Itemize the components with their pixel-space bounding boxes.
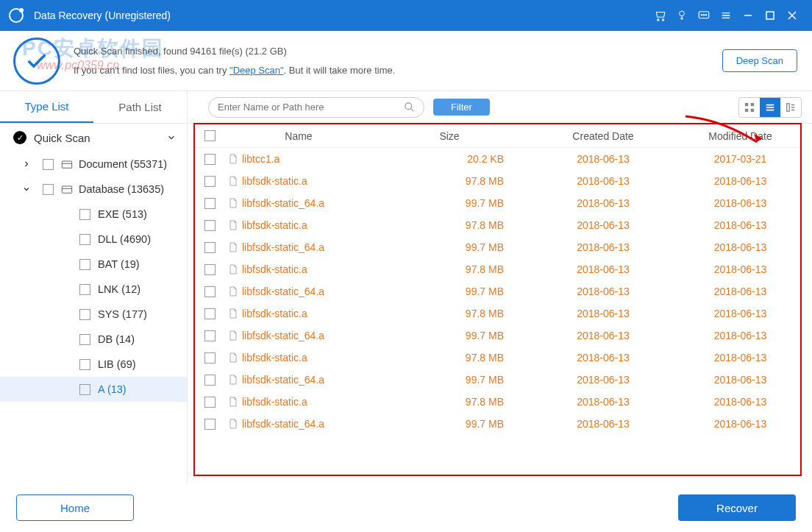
tree-item[interactable]: Document (55371) [0, 152, 187, 177]
tree-item[interactable]: LNK (12) [0, 277, 187, 302]
row-checkbox[interactable] [204, 176, 216, 187]
col-size[interactable]: Size [373, 130, 526, 142]
row-checkbox[interactable] [204, 352, 216, 363]
tree-checkbox[interactable] [79, 234, 90, 245]
table-row[interactable]: libfsdk-static.a97.8 MB2018-06-132018-06… [195, 170, 800, 192]
deep-scan-button[interactable]: Deep Scan [722, 49, 797, 72]
tab-type-list[interactable]: Type List [0, 91, 93, 123]
file-modified: 2018-06-13 [680, 197, 800, 209]
table-row[interactable]: libfsdk-static_64.a99.7 MB2018-06-132018… [195, 369, 800, 391]
file-icon [229, 375, 238, 385]
table-row[interactable]: libfsdk-static.a97.8 MB2018-06-132018-06… [195, 347, 800, 369]
home-button[interactable]: Home [16, 494, 134, 521]
feedback-icon[interactable] [693, 4, 715, 26]
table-row[interactable]: libfsdk-static_64.a99.7 MB2018-06-132018… [195, 192, 800, 214]
tree-checkbox[interactable] [79, 359, 90, 370]
tree-item[interactable]: Database (13635) [0, 177, 187, 202]
detail-view-icon[interactable] [780, 98, 801, 117]
search-icon[interactable] [404, 102, 415, 113]
chevron-icon[interactable] [22, 185, 35, 194]
tree-item[interactable]: DB (14) [0, 327, 187, 352]
list-view-icon[interactable] [760, 98, 780, 117]
folder-type-icon [61, 159, 73, 169]
tab-path-list[interactable]: Path List [93, 91, 187, 123]
tree-label: Document (55371) [79, 158, 167, 170]
tree-checkbox[interactable] [43, 184, 54, 195]
file-created: 2018-06-13 [526, 374, 680, 386]
row-checkbox[interactable] [204, 154, 216, 165]
tree-item[interactable]: SYS (177) [0, 302, 187, 327]
maximize-button[interactable] [759, 4, 781, 26]
row-checkbox[interactable] [204, 397, 216, 408]
row-checkbox[interactable] [204, 264, 216, 275]
file-modified: 2018-06-13 [680, 219, 800, 231]
tree-item[interactable]: EXE (513) [0, 202, 187, 227]
tree-item[interactable]: LIB (69) [0, 352, 187, 377]
row-checkbox[interactable] [204, 330, 216, 341]
table-row[interactable]: libfsdk-static.a97.8 MB2018-06-132018-06… [195, 258, 800, 280]
tree-checkbox[interactable] [79, 334, 90, 345]
key-icon[interactable] [671, 4, 693, 26]
col-name[interactable]: Name [224, 130, 373, 142]
row-checkbox[interactable] [204, 198, 216, 209]
tree-checkbox[interactable] [79, 309, 90, 320]
tree-checkbox[interactable] [43, 159, 54, 170]
file-size: 97.8 MB [373, 175, 526, 187]
quick-scan-row[interactable]: ✓ Quick Scan [0, 124, 187, 152]
table-row[interactable]: libtcc1.a20.2 KB2018-06-132017-03-21 [195, 148, 800, 170]
deep-scan-link[interactable]: "Deep Scan" [229, 65, 284, 76]
svg-rect-7 [766, 12, 774, 19]
file-created: 2018-06-13 [526, 308, 680, 319]
close-button[interactable] [781, 4, 803, 26]
tree-checkbox[interactable] [79, 259, 90, 270]
row-checkbox[interactable] [204, 308, 216, 319]
file-name: libfsdk-static_64.a [242, 418, 324, 430]
file-table: Name Size Created Date Modified Date lib… [193, 123, 802, 476]
table-row[interactable]: libfsdk-static_64.a99.7 MB2018-06-132018… [195, 413, 800, 435]
file-created: 2018-06-13 [526, 153, 680, 165]
file-name: libfsdk-static_64.a [242, 374, 324, 386]
table-row[interactable]: libfsdk-static_64.a99.7 MB2018-06-132018… [195, 324, 800, 347]
file-created: 2018-06-13 [526, 175, 680, 187]
table-row[interactable]: libfsdk-static_64.a99.7 MB2018-06-132018… [195, 236, 800, 258]
file-name: libtcc1.a [242, 153, 279, 165]
chevron-icon[interactable] [22, 160, 35, 169]
table-row[interactable]: libfsdk-static.a97.8 MB2018-06-132018-06… [195, 391, 800, 413]
col-created[interactable]: Created Date [526, 130, 680, 142]
file-modified: 2018-06-13 [680, 263, 800, 275]
search-box[interactable] [208, 97, 424, 118]
search-input[interactable] [218, 102, 404, 113]
row-checkbox[interactable] [204, 286, 216, 297]
tree-item[interactable]: DLL (4690) [0, 227, 187, 252]
cart-icon[interactable] [649, 4, 671, 26]
file-size: 99.7 MB [373, 418, 526, 430]
tree-item[interactable]: BAT (19) [0, 252, 187, 277]
tree-checkbox[interactable] [79, 209, 90, 220]
file-created: 2018-06-13 [526, 396, 680, 408]
minimize-button[interactable] [737, 4, 759, 26]
table-row[interactable]: libfsdk-static.a97.8 MB2018-06-132018-06… [195, 302, 800, 324]
menu-icon[interactable] [715, 4, 737, 26]
file-icon [229, 198, 238, 208]
tree-checkbox[interactable] [79, 284, 90, 295]
tree-label: SYS (177) [98, 308, 147, 320]
row-checkbox[interactable] [204, 220, 216, 231]
recover-button[interactable]: Recover [678, 494, 796, 521]
file-modified: 2018-06-13 [680, 418, 800, 430]
svg-rect-14 [751, 108, 754, 111]
file-size: 99.7 MB [373, 197, 526, 209]
file-name: libfsdk-static.a [242, 175, 307, 187]
grid-view-icon[interactable] [739, 98, 760, 117]
row-checkbox[interactable] [204, 419, 216, 430]
tree-checkbox[interactable] [79, 384, 90, 395]
row-checkbox[interactable] [204, 242, 216, 253]
file-icon [229, 330, 238, 341]
table-row[interactable]: libfsdk-static.a97.8 MB2018-06-132018-06… [195, 214, 800, 236]
col-modified[interactable]: Modified Date [680, 130, 800, 142]
tree-item[interactable]: A (13) [0, 377, 187, 402]
row-checkbox[interactable] [204, 375, 216, 386]
table-row[interactable]: libfsdk-static_64.a99.7 MB2018-06-132018… [195, 280, 800, 302]
select-all-checkbox[interactable] [204, 130, 216, 141]
filter-button[interactable]: Filter [433, 99, 490, 116]
file-icon [229, 154, 238, 164]
